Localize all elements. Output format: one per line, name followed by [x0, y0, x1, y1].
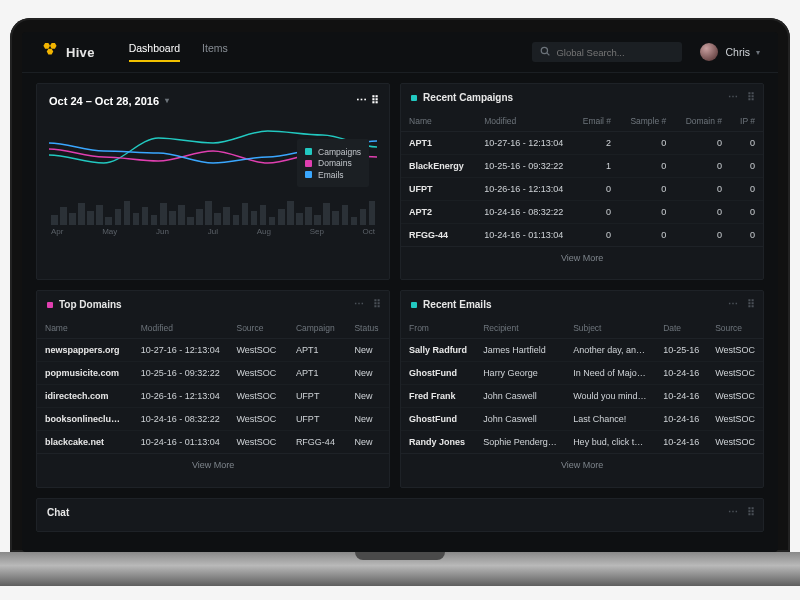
- svg-marker-2: [47, 49, 54, 55]
- table-row[interactable]: Sally RadfurdJames HartfieldAnother day,…: [401, 339, 763, 362]
- table-row[interactable]: Fred FrankJohn CaswellWould you mind hel…: [401, 385, 763, 408]
- panel-menu-icon[interactable]: ⋯: [728, 298, 739, 311]
- user-name: Chris: [725, 46, 750, 58]
- panel-move-icon[interactable]: ⠿: [371, 94, 377, 106]
- chevron-down-icon[interactable]: ▾: [165, 96, 169, 105]
- svg-point-3: [542, 47, 548, 53]
- panel-menu-icon[interactable]: ⋯: [728, 506, 739, 519]
- svg-marker-1: [50, 43, 57, 49]
- table-row[interactable]: GhostFundHarry GeorgeIn Need of Major He…: [401, 362, 763, 385]
- recent-emails-panel: Recent Emails ⋯ ⠿ FromRecipientSubjectDa…: [400, 290, 764, 487]
- table-row[interactable]: booksonlineclub.com10-24-16 - 08:32:22We…: [37, 408, 389, 431]
- view-more-link[interactable]: View More: [401, 453, 763, 476]
- panel-move-icon[interactable]: ⠿: [747, 506, 753, 519]
- tab-dashboard[interactable]: Dashboard: [129, 42, 180, 62]
- panel-move-icon[interactable]: ⠿: [747, 298, 753, 311]
- table-row[interactable]: popmusicite.com10-25-16 - 09:32:22WestSO…: [37, 362, 389, 385]
- chart-zone: AprMayJunJulAugSepOct CampaignsDomainsEm…: [37, 111, 389, 249]
- top-domains-table: NameModifiedSourceCampaignStatusnewspapp…: [37, 318, 389, 453]
- table-row[interactable]: APT210-24-16 - 08:32:220000: [401, 201, 763, 224]
- date-range[interactable]: Oct 24 – Oct 28, 2016: [49, 95, 159, 107]
- view-more-link[interactable]: View More: [37, 453, 389, 476]
- svg-marker-0: [43, 43, 50, 49]
- chat-panel: Chat ⋯ ⠿: [36, 498, 764, 532]
- table-row[interactable]: BlackEnergy10-25-16 - 09:32:221000: [401, 155, 763, 178]
- table-row[interactable]: RFGG-4410-24-16 - 01:13:040000: [401, 224, 763, 247]
- table-row[interactable]: blackcake.net10-24-16 - 01:13:04WestSOCR…: [37, 431, 389, 454]
- global-search[interactable]: [532, 42, 682, 62]
- app-name: Hive: [66, 45, 95, 60]
- dashboard-grid: Oct 24 – Oct 28, 2016 ▾ ⋯ ⠿ AprMayJunJul…: [22, 73, 778, 552]
- panel-title: Recent Emails: [423, 299, 491, 310]
- panel-move-icon[interactable]: ⠿: [747, 91, 753, 104]
- panel-title: Chat: [47, 507, 69, 518]
- screen: Hive DashboardItems Chris ▾: [22, 32, 778, 552]
- panel-menu-icon[interactable]: ⋯: [356, 94, 368, 106]
- table-row[interactable]: UFPT10-26-16 - 12:13:040000: [401, 178, 763, 201]
- recent-campaigns-panel: Recent Campaigns ⋯ ⠿ NameModifiedEmail #…: [400, 83, 764, 280]
- tab-items[interactable]: Items: [202, 42, 228, 62]
- panel-dot-icon: [411, 302, 417, 308]
- recent-emails-table: FromRecipientSubjectDateSourceSally Radf…: [401, 318, 763, 453]
- panel-menu-icon[interactable]: ⋯: [728, 91, 739, 104]
- table-row[interactable]: APT110-27-16 - 12:13:042000: [401, 132, 763, 155]
- table-row[interactable]: idirectech.com10-26-16 - 12:13:04WestSOC…: [37, 385, 389, 408]
- search-icon: [540, 46, 550, 58]
- hive-icon: [40, 43, 60, 61]
- chart-legend: CampaignsDomainsEmails: [297, 139, 369, 187]
- avatar[interactable]: [700, 43, 718, 61]
- panel-dot-icon: [411, 95, 417, 101]
- app-header: Hive DashboardItems Chris ▾: [22, 32, 778, 73]
- svg-line-4: [547, 53, 550, 56]
- panel-title: Recent Campaigns: [423, 92, 513, 103]
- panel-move-icon[interactable]: ⠿: [373, 298, 379, 311]
- recent-campaigns-table: NameModifiedEmail #Sample #Domain #IP #A…: [401, 111, 763, 246]
- chevron-down-icon: ▾: [756, 48, 760, 57]
- table-row[interactable]: Randy JonesSophie PendergrassHey bud, cl…: [401, 431, 763, 454]
- nav-tabs: DashboardItems: [129, 42, 228, 62]
- logo: Hive: [40, 43, 95, 61]
- panel-menu-icon[interactable]: ⋯: [354, 298, 365, 311]
- activity-chart-panel: Oct 24 – Oct 28, 2016 ▾ ⋯ ⠿ AprMayJunJul…: [36, 83, 390, 280]
- laptop-frame: Hive DashboardItems Chris ▾: [10, 18, 790, 552]
- user-menu[interactable]: Chris ▾: [725, 46, 760, 58]
- panel-title: Top Domains: [59, 299, 122, 310]
- top-domains-panel: Top Domains ⋯ ⠿ NameModifiedSourceCampai…: [36, 290, 390, 487]
- search-input[interactable]: [556, 47, 674, 58]
- view-more-link[interactable]: View More: [401, 246, 763, 269]
- table-row[interactable]: GhostFundJohn CaswellLast Chance!10-24-1…: [401, 408, 763, 431]
- laptop-base: [0, 552, 800, 586]
- table-row[interactable]: newspappers.org10-27-16 - 12:13:04WestSO…: [37, 339, 389, 362]
- panel-dot-icon: [47, 302, 53, 308]
